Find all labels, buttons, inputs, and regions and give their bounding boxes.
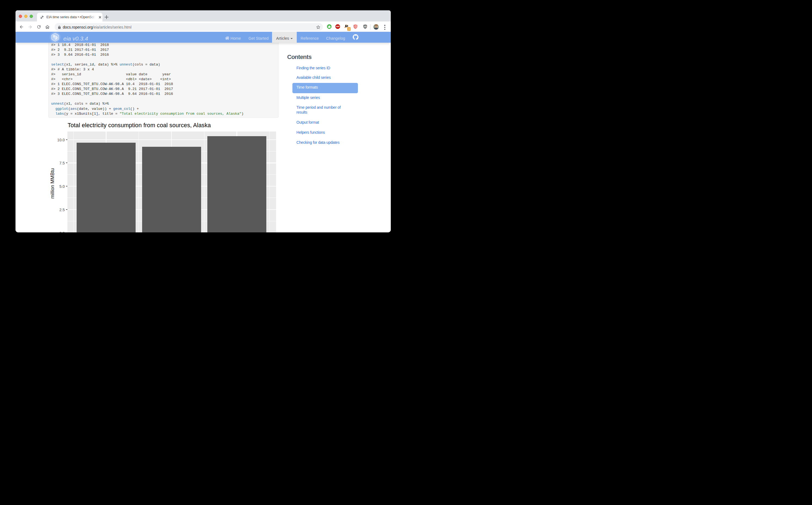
svg-text:uO: uO [364,25,367,27]
svg-text:ABP: ABP [336,25,340,27]
svg-text:3: 3 [348,28,350,31]
svg-text:R: R [53,34,55,38]
